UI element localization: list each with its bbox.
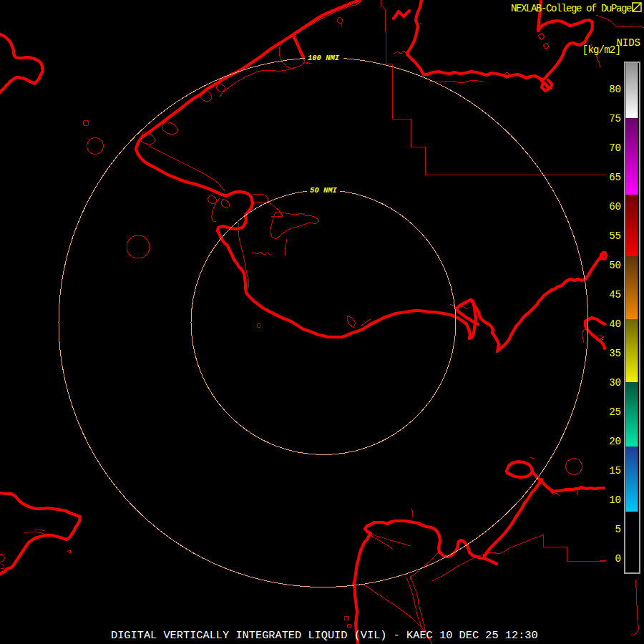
svg-text:45: 45 xyxy=(609,289,621,301)
svg-text:80: 80 xyxy=(609,84,621,95)
svg-text:50 NMI: 50 NMI xyxy=(310,186,338,195)
svg-text:NEXLAB-College of DuPage: NEXLAB-College of DuPage xyxy=(511,3,632,14)
svg-text:5: 5 xyxy=(615,524,621,535)
svg-text:40: 40 xyxy=(609,318,621,330)
svg-text:65: 65 xyxy=(609,172,621,183)
svg-text:35: 35 xyxy=(609,348,621,359)
svg-text:[kg/m2]: [kg/m2] xyxy=(582,44,620,56)
svg-text:25: 25 xyxy=(609,406,621,418)
svg-text:55: 55 xyxy=(609,230,621,242)
svg-text:10: 10 xyxy=(609,494,621,506)
svg-text:75: 75 xyxy=(609,113,621,125)
svg-text:60: 60 xyxy=(609,201,621,213)
svg-text:50: 50 xyxy=(609,260,621,271)
svg-text:100 NMI: 100 NMI xyxy=(308,54,340,62)
svg-text:30: 30 xyxy=(609,377,621,389)
svg-text:15: 15 xyxy=(609,465,621,477)
svg-text:0: 0 xyxy=(615,553,621,565)
svg-text:20: 20 xyxy=(609,436,621,447)
svg-text:70: 70 xyxy=(609,142,621,154)
svg-text:DIGITAL VERTICALLY INTEGRATED: DIGITAL VERTICALLY INTEGRATED LIQUID (VI… xyxy=(111,629,538,642)
